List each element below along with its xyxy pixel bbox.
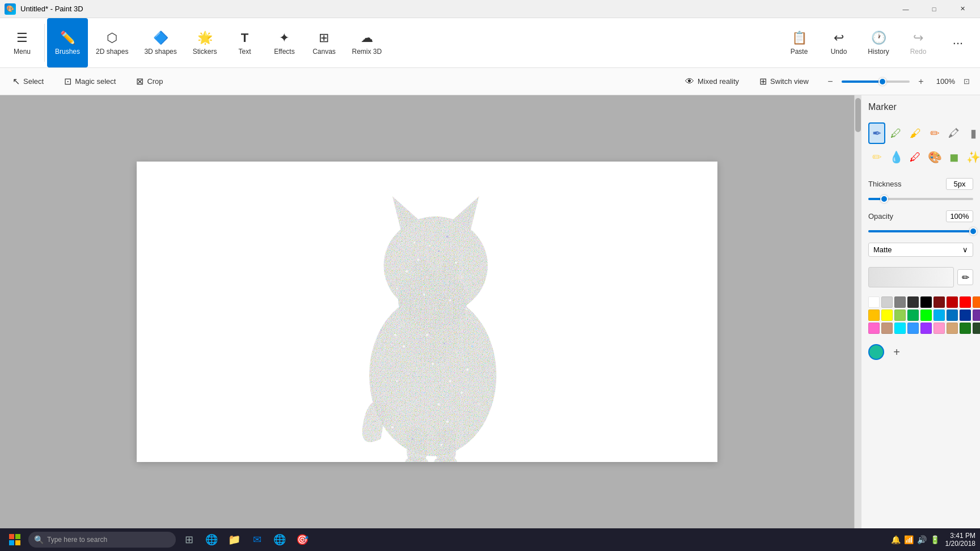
fit-view-button[interactable]: ⊡	[960, 75, 973, 88]
swatch-darkblue[interactable]	[960, 310, 971, 321]
redo-button[interactable]: ↪ Redo	[898, 18, 938, 67]
swatch-purple[interactable]	[973, 310, 980, 321]
brush-highlighter[interactable]: 🖊	[907, 146, 924, 168]
zoom-slider-thumb	[878, 78, 886, 86]
app6-button[interactable]: 🎯	[293, 530, 312, 549]
text-button[interactable]: T Text	[225, 18, 264, 67]
swatch-gray[interactable]	[894, 296, 906, 308]
active-color-swatch[interactable]	[868, 344, 884, 360]
swatch-brightred[interactable]	[960, 296, 971, 308]
swatch-blue[interactable]	[947, 310, 958, 321]
effects-button[interactable]: ✦ Effects	[264, 18, 304, 67]
thickness-value[interactable]: 5px	[946, 178, 973, 190]
swatch-tan2[interactable]	[947, 323, 958, 334]
add-color-button[interactable]: +	[889, 344, 905, 360]
undo-button[interactable]: ↩ Undo	[819, 18, 859, 67]
history-button[interactable]: 🕐 History	[859, 18, 898, 67]
brush-airbrush[interactable]: ✏	[926, 122, 943, 144]
brush-crayon[interactable]: ✏	[868, 146, 885, 168]
svg-point-30	[412, 375, 413, 376]
select-button[interactable]: ↖ Select	[7, 74, 49, 89]
edge-button[interactable]: 🌐	[202, 530, 221, 549]
undo-icon: ↩	[834, 31, 844, 45]
taskbar-search[interactable]: 🔍 Type here to search	[28, 532, 176, 548]
explorer-button[interactable]: 📁	[225, 530, 244, 549]
opacity-slider[interactable]	[868, 230, 973, 232]
vertical-scroll-thumb	[855, 98, 861, 132]
swatch-green[interactable]	[907, 310, 919, 321]
brush-marker[interactable]: ✒	[868, 122, 885, 144]
brush-pen[interactable]: 🖊	[888, 122, 905, 144]
more-button[interactable]: ···	[938, 18, 978, 67]
swatch-violet[interactable]	[920, 323, 932, 334]
taskbar-time[interactable]: 3:41 PM 1/20/2018	[945, 532, 975, 548]
3d-shapes-button[interactable]: 🔷 3D shapes	[136, 18, 184, 67]
swatch-lightyellow[interactable]	[881, 310, 893, 321]
minimize-button[interactable]: —	[893, 0, 919, 18]
brush-watercolor[interactable]: ▮	[965, 122, 980, 144]
eyedropper-button[interactable]: ✏	[957, 269, 973, 285]
menu-button[interactable]: ☰ Menu	[2, 18, 42, 67]
taskbar-right: 🔔 📶 🔊 🔋 3:41 PM 1/20/2018	[891, 532, 975, 548]
brushes-button[interactable]: ✏️ Brushes	[47, 18, 88, 67]
brush-pencil[interactable]: 🖍	[945, 122, 962, 144]
thickness-slider[interactable]	[868, 198, 973, 200]
crop-button[interactable]: ⊠ Crop	[130, 74, 168, 89]
swatch-tan[interactable]	[881, 323, 893, 334]
volume-icon[interactable]: 🔊	[917, 535, 927, 544]
stickers-button[interactable]: 🌟 Stickers	[185, 18, 225, 67]
swatch-lightgray[interactable]	[881, 296, 893, 308]
zoom-in-button[interactable]: +	[914, 75, 928, 88]
swatch-lightpink[interactable]	[933, 323, 945, 334]
remix3d-button[interactable]: ☁ Remix 3D	[344, 18, 390, 67]
swatch-red[interactable]	[947, 296, 958, 308]
swatch-pink[interactable]	[868, 323, 880, 334]
mixed-reality-icon: 👁	[685, 77, 694, 87]
swatch-skyblue[interactable]	[907, 323, 919, 334]
swatch-darkred[interactable]	[933, 296, 945, 308]
swatch-extradark[interactable]	[973, 323, 980, 334]
swatch-brightgreen[interactable]	[920, 310, 932, 321]
maximize-button[interactable]: □	[921, 0, 947, 18]
canvas-area[interactable]	[0, 95, 854, 528]
brush-calligraphy[interactable]: 🖌	[907, 122, 924, 144]
vertical-scrollbar[interactable]	[854, 95, 861, 528]
more-icon: ···	[953, 36, 963, 50]
opacity-value[interactable]: 100%	[946, 210, 973, 222]
task-view-button[interactable]: ⊞	[179, 530, 198, 549]
swatch-white[interactable]	[868, 296, 880, 308]
chrome-button[interactable]: 🌐	[270, 530, 289, 549]
close-button[interactable]: ✕	[949, 0, 975, 18]
battery-icon[interactable]: 🔋	[930, 535, 940, 544]
brush-fill[interactable]: 🎨	[926, 146, 943, 168]
notifications-icon[interactable]: 🔔	[891, 535, 901, 544]
swatch-yellow[interactable]	[868, 310, 880, 321]
swatch-lightgreen[interactable]	[894, 310, 906, 321]
zoom-slider[interactable]	[842, 80, 910, 83]
swatch-brightcyan[interactable]	[894, 323, 906, 334]
mail-button[interactable]: ✉	[247, 530, 267, 549]
2d-shapes-button[interactable]: ⬡ 2D shapes	[88, 18, 136, 67]
switch-view-button[interactable]: ⊞ Switch view	[754, 74, 814, 89]
brush-eraser[interactable]: ◼	[945, 146, 962, 168]
swatch-cyan[interactable]	[933, 310, 945, 321]
mixed-reality-button[interactable]: 👁 Mixed reality	[679, 74, 745, 89]
swatch-darkgray[interactable]	[907, 296, 919, 308]
zoom-out-button[interactable]: −	[823, 75, 837, 88]
3d-shapes-label: 3D shapes	[144, 48, 176, 56]
svg-point-10	[407, 294, 459, 363]
paste-button[interactable]: 📋 Paste	[779, 18, 819, 67]
swatch-black[interactable]	[920, 296, 932, 308]
swatch-darkgreen[interactable]	[960, 323, 971, 334]
swatch-orange[interactable]	[973, 296, 980, 308]
brush-sparkle[interactable]: ✨	[965, 146, 980, 168]
canvas-button[interactable]: ⊞ Canvas	[304, 18, 344, 67]
effects-label: Effects	[274, 48, 294, 56]
texture-dropdown[interactable]: Matte ∨	[868, 243, 973, 257]
start-button[interactable]	[5, 529, 25, 550]
magic-select-button[interactable]: ⊡ Magic select	[58, 74, 121, 89]
paste-label: Paste	[791, 48, 808, 56]
svg-point-17	[455, 261, 457, 264]
network-icon[interactable]: 📶	[904, 535, 914, 544]
brush-spray[interactable]: 💧	[888, 146, 905, 168]
